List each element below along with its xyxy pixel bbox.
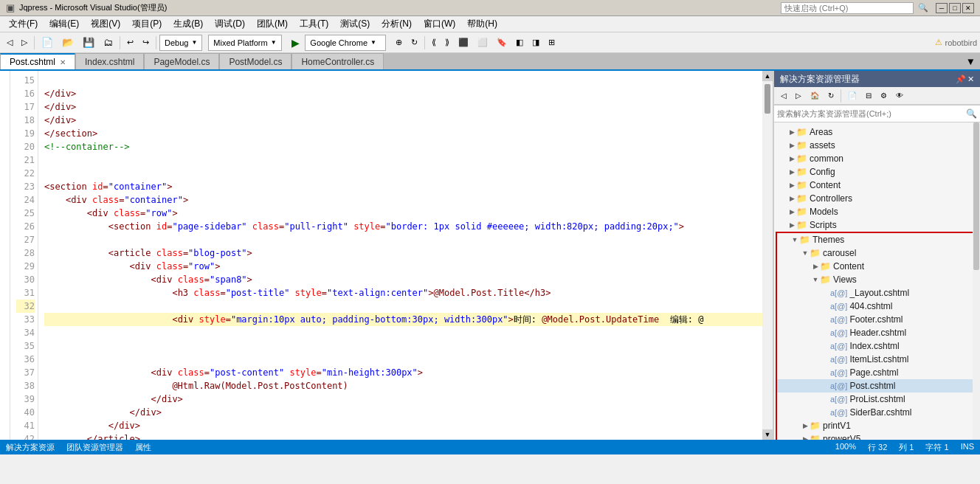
tree-item-assets[interactable]: ▶ 📁 assets — [774, 139, 980, 152]
tree-item-controllers[interactable]: ▶ 📁 Controllers — [774, 192, 980, 205]
expand-common[interactable]: ▶ — [787, 154, 796, 163]
toolbar-extra4[interactable]: ⬜ — [474, 35, 491, 51]
toolbar-extra6[interactable]: ◧ — [512, 35, 527, 51]
tree-item-common[interactable]: ▶ 📁 common — [774, 152, 980, 165]
se-refresh-btn[interactable]: ↻ — [824, 88, 838, 104]
expand-printv1[interactable]: ▶ — [801, 421, 810, 430]
expand-areas[interactable]: ▶ — [787, 128, 796, 136]
toolbar-extra2[interactable]: ⟫ — [441, 35, 453, 51]
toolbar-forward[interactable]: ▷ — [18, 35, 31, 51]
menu-test[interactable]: 测试(S) — [334, 16, 376, 32]
menu-window[interactable]: 窗口(W) — [418, 16, 461, 32]
tab-post-cshtml[interactable]: Post.cshtml ✕ — [0, 53, 75, 69]
expand-carousel[interactable]: ▼ — [801, 249, 810, 257]
menu-team[interactable]: 团队(M) — [251, 16, 294, 32]
tree-item-config[interactable]: ▶ 📁 Config — [774, 165, 980, 179]
menu-tools[interactable]: 工具(T) — [294, 16, 334, 32]
tree-item-itemlist[interactable]: ▶ a[@] ItemList.cshtml — [777, 353, 977, 366]
tree-item-carousel[interactable]: ▼ 📁 carousel — [777, 246, 977, 260]
expand-themes[interactable]: ▼ — [790, 235, 799, 244]
se-settings-btn[interactable]: ⚙ — [877, 88, 891, 104]
toolbar-extra3[interactable]: ⬛ — [455, 35, 472, 51]
tree-item-index[interactable]: ▶ a[@] Index.cshtml — [777, 339, 977, 353]
tree-item-404[interactable]: ▶ a[@] 404.cshtml — [777, 300, 977, 313]
tree-scroll-thumb[interactable] — [973, 122, 979, 270]
toolbar-back[interactable]: ◁ — [3, 35, 16, 51]
toolbar-redo[interactable]: ↪ — [139, 35, 153, 51]
expand-content[interactable]: ▶ — [787, 181, 796, 190]
menu-edit[interactable]: 编辑(E) — [44, 16, 85, 32]
tree-item-footer[interactable]: ▶ a[@] Footer.cshtml — [777, 313, 977, 326]
tree-item-siderbar[interactable]: ▶ a[@] SiderBar.cshtml — [777, 406, 977, 419]
se-forward-btn[interactable]: ▷ — [792, 88, 805, 104]
tree-item-layout[interactable]: ▶ a[@] _Layout.cshtml — [777, 286, 977, 300]
toolbar-extra5[interactable]: 🔖 — [493, 35, 511, 51]
tree-item-models[interactable]: ▶ 📁 Models — [774, 205, 980, 218]
run-button[interactable]: ▶ — [288, 35, 303, 51]
tab-homecontroller[interactable]: HomeController.cs — [291, 53, 384, 69]
scroll-thumb[interactable] — [765, 84, 770, 114]
toolbar-refresh[interactable]: ↻ — [407, 35, 421, 51]
quick-search-input[interactable] — [781, 2, 914, 14]
toolbar-extra7[interactable]: ◨ — [528, 35, 543, 51]
editor-scrollbar[interactable]: ▲ ▼ — [762, 71, 773, 440]
menu-view[interactable]: 视图(V) — [85, 16, 126, 32]
se-new-btn[interactable]: 📄 — [844, 88, 860, 104]
browser-dropdown[interactable]: Google Chrome ▼ — [305, 35, 386, 51]
debug-config-dropdown[interactable]: Debug ▼ — [159, 35, 202, 51]
tree-item-prowerv5[interactable]: ▶ 📁 prowerV5 — [777, 432, 977, 440]
expand-carousel-content[interactable]: ▶ — [811, 262, 820, 271]
se-filter-btn[interactable]: ⊟ — [862, 88, 875, 104]
scroll-up-arrow[interactable]: ▲ — [762, 71, 773, 81]
tab-postmodel[interactable]: PostModel.cs — [219, 53, 291, 69]
menu-analyze[interactable]: 分析(N) — [376, 16, 418, 32]
toolbar-new[interactable]: 📄 — [38, 35, 57, 51]
tree-item-header[interactable]: ▶ a[@] Header.cshtml — [777, 326, 977, 339]
menu-debug[interactable]: 调试(D) — [209, 16, 251, 32]
restore-btn[interactable]: □ — [949, 3, 961, 13]
tree-item-content[interactable]: ▶ 📁 Content — [774, 179, 980, 192]
se-pin-btn[interactable]: 📌 — [956, 75, 966, 84]
expand-prowerv5[interactable]: ▶ — [801, 435, 810, 440]
tree-scrollbar[interactable] — [973, 122, 980, 440]
expand-models[interactable]: ▶ — [787, 207, 796, 216]
tree-item-prolist[interactable]: ▶ a[@] ProList.cshtml — [777, 393, 977, 406]
se-search-bar[interactable]: 🔍 — [774, 105, 980, 122]
expand-config[interactable]: ▶ — [787, 167, 796, 176]
tab-index-cshtml[interactable]: Index.cshtml — [75, 53, 144, 69]
se-back-btn[interactable]: ◁ — [777, 88, 790, 104]
toolbar-undo[interactable]: ↩ — [123, 35, 137, 51]
close-btn[interactable]: ✕ — [962, 3, 974, 13]
expand-scripts[interactable]: ▶ — [787, 221, 796, 229]
toolbar-extra1[interactable]: ⟪ — [428, 35, 440, 51]
tree-item-printv1[interactable]: ▶ 📁 printV1 — [777, 419, 977, 432]
tree-item-themes[interactable]: ▼ 📁 Themes — [777, 233, 977, 246]
menu-file[interactable]: 文件(F) — [3, 16, 44, 32]
tab-overflow-button[interactable]: ▼ — [962, 53, 980, 69]
expand-assets[interactable]: ▶ — [787, 141, 796, 150]
toolbar-save-all[interactable]: 🗂 — [100, 35, 117, 51]
menu-help[interactable]: 帮助(H) — [461, 16, 503, 32]
tree-item-carousel-content[interactable]: ▶ 📁 Content — [777, 260, 977, 273]
tree-item-post[interactable]: ▶ a[@] Post.cshtml — [777, 379, 977, 393]
minimize-btn[interactable]: ─ — [936, 3, 948, 13]
toolbar-extra8[interactable]: ⊞ — [545, 35, 559, 51]
tree-item-scripts[interactable]: ▶ 📁 Scripts — [774, 218, 980, 232]
tree-item-areas[interactable]: ▶ 📁 Areas — [774, 125, 980, 139]
toolbar-open[interactable]: 📂 — [58, 35, 77, 51]
tab-post-close[interactable]: ✕ — [60, 58, 66, 66]
status-solution-explorer[interactable]: 解决方案资源 — [6, 442, 55, 453]
scroll-down-arrow[interactable]: ▼ — [762, 429, 773, 440]
platform-dropdown[interactable]: Mixed Platform ▼ — [208, 35, 282, 51]
tree-item-page[interactable]: ▶ a[@] Page.cshtml — [777, 366, 977, 379]
se-preview-btn[interactable]: 👁 — [892, 88, 907, 104]
toolbar-attach[interactable]: ⊕ — [392, 35, 406, 51]
se-close-btn[interactable]: ✕ — [967, 75, 974, 84]
status-properties[interactable]: 属性 — [135, 442, 151, 453]
toolbar-save[interactable]: 💾 — [79, 35, 98, 51]
status-team-explorer[interactable]: 团队资源管理器 — [66, 442, 123, 453]
tree-item-views[interactable]: ▼ 📁 Views — [777, 273, 977, 286]
expand-controllers[interactable]: ▶ — [787, 194, 796, 203]
se-search-input[interactable] — [777, 109, 966, 118]
code-area[interactable]: </div> </div> </div> </section> <!--cont… — [38, 71, 773, 440]
